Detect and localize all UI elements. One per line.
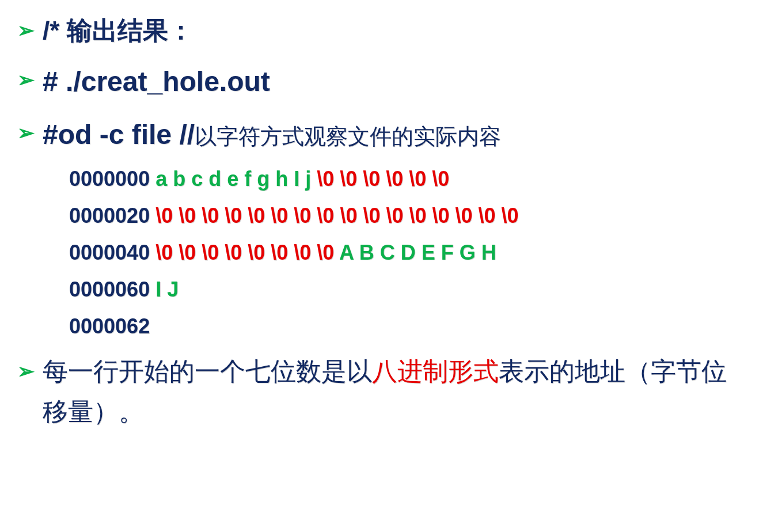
bullet-line-1: ➢ /* 输出结果： xyxy=(17,12,742,50)
bullet-arrow-icon: ➢ xyxy=(17,355,35,388)
hex-row-5: 0000062 xyxy=(69,314,742,339)
line-1-text: /* 输出结果： xyxy=(43,12,193,50)
hex-addr: 0000062 xyxy=(69,314,150,338)
line-3-command: #od -c file // xyxy=(43,119,195,150)
final-red: 八进制形式 xyxy=(372,357,499,385)
hex-dump-block: 0000000 a b c d e f g h I j \0 \0 \0 \0 … xyxy=(69,167,742,339)
hex-row-3: 0000040 \0 \0 \0 \0 \0 \0 \0 \0 A B C D … xyxy=(69,241,742,265)
hex-data-green: A B C D E F G H xyxy=(334,241,496,264)
hex-data-green: I J xyxy=(155,278,179,301)
bullet-arrow-icon: ➢ xyxy=(17,117,35,149)
bullet-line-2: ➢ # ./creat_hole.out xyxy=(17,61,742,102)
final-text: 每一行开始的一个七位数是以八进制形式表示的地址（字节位移量）。 xyxy=(43,351,742,432)
hex-data-red: \0 \0 \0 \0 \0 \0 xyxy=(311,167,449,191)
hex-data-red: \0 \0 \0 \0 \0 \0 \0 \0 xyxy=(155,241,334,264)
hex-row-4: 0000060 I J xyxy=(69,278,742,302)
bullet-arrow-icon: ➢ xyxy=(17,64,35,96)
bullet-line-3: ➢ #od -c file //以字符方式观察文件的实际内容 xyxy=(17,114,742,155)
line-2-command: # ./creat_hole.out xyxy=(43,61,270,102)
hex-addr: 0000020 xyxy=(69,204,150,227)
line-3-comment: 以字符方式观察文件的实际内容 xyxy=(195,124,501,149)
bullet-arrow-icon: ➢ xyxy=(17,15,35,46)
hex-row-1: 0000000 a b c d e f g h I j \0 \0 \0 \0 … xyxy=(69,167,742,191)
bullet-line-final: ➢ 每一行开始的一个七位数是以八进制形式表示的地址（字节位移量）。 xyxy=(17,351,742,432)
line-3-content: #od -c file //以字符方式观察文件的实际内容 xyxy=(43,114,501,155)
hex-addr: 0000000 xyxy=(69,167,150,191)
hex-addr: 0000060 xyxy=(69,278,150,301)
hex-data-red: \0 \0 \0 \0 \0 \0 \0 \0 \0 \0 \0 \0 \0 \… xyxy=(155,204,518,227)
hex-addr: 0000040 xyxy=(69,241,150,264)
hex-row-2: 0000020 \0 \0 \0 \0 \0 \0 \0 \0 \0 \0 \0… xyxy=(69,204,742,228)
final-part1: 每一行开始的一个七位数是以 xyxy=(43,357,372,385)
hex-data-green: a b c d e f g h I j xyxy=(155,167,311,191)
